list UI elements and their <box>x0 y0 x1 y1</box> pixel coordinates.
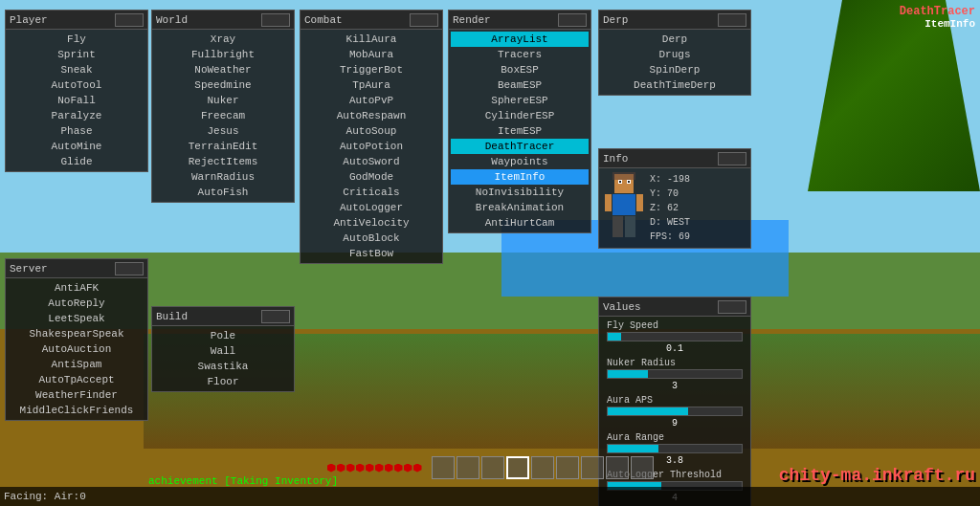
combat-autopotion[interactable]: AutoPotion <box>302 139 440 154</box>
hotbar-slot-1[interactable] <box>432 456 455 479</box>
render-antihurtcam[interactable]: AntiHurtCam <box>451 215 589 231</box>
derp-panel-toggle[interactable] <box>718 13 746 27</box>
combat-autorespawn[interactable]: AutoRespawn <box>302 108 440 123</box>
combat-killaura[interactable]: KillAura <box>302 32 440 47</box>
player-autotool[interactable]: AutoTool <box>8 77 145 93</box>
world-fullbright[interactable]: Fullbright <box>154 47 292 62</box>
combat-autopvp[interactable]: AutoPvP <box>302 93 440 108</box>
combat-panel-toggle[interactable] <box>410 13 438 27</box>
render-beamesp[interactable]: BeamESP <box>451 77 589 93</box>
world-autofish[interactable]: AutoFish <box>154 185 292 200</box>
value-nuker-radius-track[interactable] <box>607 369 743 379</box>
derp-panel-title: Derp <box>603 14 628 26</box>
hotbar-slot-5[interactable] <box>531 456 554 479</box>
world-xray[interactable]: Xray <box>154 32 292 47</box>
heart-4 <box>356 464 365 473</box>
world-freecam[interactable]: Freecam <box>154 108 292 123</box>
render-tracers[interactable]: Tracers <box>451 47 589 62</box>
player-panel-toggle[interactable] <box>115 13 144 27</box>
player-nofall[interactable]: NoFall <box>8 93 145 108</box>
combat-fastbow[interactable]: FastBow <box>302 246 440 261</box>
player-panel: Player Fly Sprint Sneak AutoTool NoFall … <box>5 10 148 172</box>
player-fly[interactable]: Fly <box>8 32 145 47</box>
heart-8 <box>394 464 403 473</box>
value-fly-speed-track[interactable] <box>607 332 743 341</box>
build-panel-toggle[interactable] <box>261 310 290 323</box>
svg-rect-9 <box>619 181 621 183</box>
world-nuker[interactable]: Nuker <box>154 93 292 108</box>
values-panel-toggle[interactable] <box>718 300 746 314</box>
svg-rect-4 <box>636 194 643 211</box>
world-rejectitems[interactable]: RejectItems <box>154 154 292 169</box>
combat-autoblock[interactable]: AutoBlock <box>302 231 440 246</box>
server-antispam[interactable]: AntiSpam <box>8 357 145 372</box>
derp-drugs[interactable]: Drugs <box>601 47 748 62</box>
value-nuker-radius-val: 3 <box>607 381 743 391</box>
combat-mobaura[interactable]: MobAura <box>302 47 440 62</box>
stat-y: Y: 70 <box>650 187 690 201</box>
world-panel-toggle[interactable] <box>261 13 290 27</box>
render-itemesp[interactable]: ItemESP <box>451 123 589 139</box>
render-arraylist[interactable]: ArrayList <box>451 32 589 47</box>
hotbar-slot-6[interactable] <box>556 456 579 479</box>
server-leetspeak[interactable]: LeetSpeak <box>8 311 145 326</box>
derp-spinder[interactable]: SpinDerp <box>601 62 748 77</box>
server-antiafk[interactable]: AntiAFK <box>8 280 145 296</box>
player-paralyze[interactable]: Paralyze <box>8 108 145 123</box>
combat-criticals[interactable]: Criticals <box>302 185 440 200</box>
combat-godmode[interactable]: GodMode <box>302 169 440 185</box>
build-wall[interactable]: Wall <box>154 343 292 359</box>
combat-antivelocity[interactable]: AntiVelocity <box>302 215 440 231</box>
player-glide[interactable]: Glide <box>8 154 145 169</box>
player-automine[interactable]: AutoMine <box>8 139 145 154</box>
player-panel-title: Player <box>10 14 48 26</box>
world-warnradius[interactable]: WarnRadius <box>154 169 292 185</box>
server-panel-toggle[interactable] <box>115 262 144 275</box>
server-autoauction[interactable]: AutoAuction <box>8 341 145 357</box>
hotbar-slot-8[interactable] <box>606 456 629 479</box>
render-panel-toggle[interactable] <box>558 13 587 27</box>
render-breakanimation[interactable]: BreakAnimation <box>451 200 589 215</box>
combat-tpaura[interactable]: TpAura <box>302 77 440 93</box>
world-noweather[interactable]: NoWeather <box>154 62 292 77</box>
server-weatherfinder[interactable]: WeatherFinder <box>8 387 145 403</box>
player-phase[interactable]: Phase <box>8 123 145 139</box>
info-panel-toggle[interactable] <box>718 152 746 165</box>
combat-autosword[interactable]: AutoSword <box>302 154 440 169</box>
build-pole[interactable]: Pole <box>154 328 292 343</box>
value-aura-range-label: Aura Range <box>607 432 743 443</box>
derp-derp[interactable]: Derp <box>601 32 748 47</box>
player-sneak[interactable]: Sneak <box>8 62 145 77</box>
value-fly-speed-fill <box>608 333 621 341</box>
hotbar-slot-4[interactable] <box>506 456 529 479</box>
combat-panel-title: Combat <box>304 14 343 26</box>
render-cylinderesp[interactable]: CylinderESP <box>451 108 589 123</box>
build-swastika[interactable]: Swastika <box>154 359 292 374</box>
render-boxesp[interactable]: BoxESP <box>451 62 589 77</box>
world-terrainedit[interactable]: TerrainEdit <box>154 139 292 154</box>
derp-deathtimedep[interactable]: DeathTimeDerp <box>601 77 748 93</box>
player-sprint[interactable]: Sprint <box>8 47 145 62</box>
combat-autosoup[interactable]: AutoSoup <box>302 123 440 139</box>
server-middleclickfriends[interactable]: MiddleClickFriends <box>8 403 145 418</box>
player-model <box>603 172 646 244</box>
combat-autologger[interactable]: AutoLogger <box>302 200 440 215</box>
build-floor[interactable]: Floor <box>154 374 292 389</box>
render-waypoints[interactable]: Waypoints <box>451 154 589 169</box>
server-autotpaccept[interactable]: AutoTpAccept <box>8 372 145 387</box>
value-aura-aps-track[interactable] <box>607 407 743 416</box>
server-autoreply[interactable]: AutoReply <box>8 296 145 311</box>
hotbar-slot-7[interactable] <box>581 456 604 479</box>
render-sphereesp[interactable]: SphereESP <box>451 93 589 108</box>
render-deathtracer[interactable]: DeathTracer <box>451 139 589 154</box>
render-iteminfo[interactable]: ItemInfo <box>451 169 589 185</box>
combat-triggerbot[interactable]: TriggerBot <box>302 62 440 77</box>
world-jesus[interactable]: Jesus <box>154 123 292 139</box>
hotbar-slot-2[interactable] <box>457 456 479 479</box>
server-shakespearspeak[interactable]: ShakespearSpeak <box>8 326 145 341</box>
hotbar-slot-3[interactable] <box>481 456 504 479</box>
stat-d: D: WEST <box>650 215 690 230</box>
render-noinvisibility[interactable]: NoInvisibility <box>451 185 589 200</box>
hotbar-slot-9[interactable] <box>631 456 654 479</box>
world-speedmine[interactable]: Speedmine <box>154 77 292 93</box>
